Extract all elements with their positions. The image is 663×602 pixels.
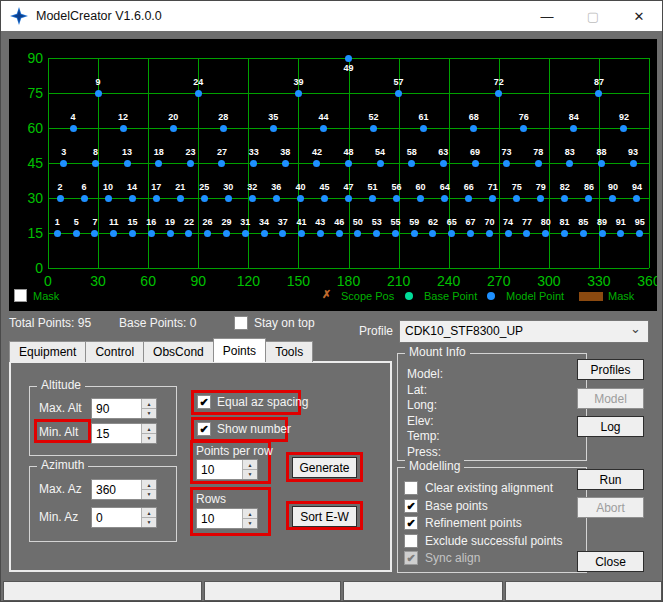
tab-tools[interactable]: Tools xyxy=(265,341,313,362)
point-number-label: 38 xyxy=(272,147,298,157)
exclude-successful-points-checkbox[interactable] xyxy=(404,534,418,548)
point-number-label: 14 xyxy=(119,182,145,192)
y-axis-tick: 75 xyxy=(13,85,43,101)
spin-down-icon[interactable]: ▼ xyxy=(141,434,156,443)
generate-button[interactable]: Generate xyxy=(292,457,357,478)
clear-existing-alignment-checkbox[interactable] xyxy=(404,481,418,495)
model-point xyxy=(153,195,160,202)
point-number-label: 44 xyxy=(310,112,336,122)
model-point xyxy=(620,125,627,132)
model-point xyxy=(467,230,474,237)
min-az-spinner[interactable]: 0 ▲ ▼ xyxy=(91,507,157,528)
model-point xyxy=(54,230,61,237)
max-az-spinner[interactable]: 360 ▲ ▼ xyxy=(91,479,157,500)
model-point xyxy=(486,230,493,237)
model-point xyxy=(201,195,208,202)
spin-up-icon[interactable]: ▲ xyxy=(242,460,257,470)
point-number-label: 33 xyxy=(241,147,267,157)
y-axis-tick: 0 xyxy=(13,260,43,276)
y-axis-tick: 90 xyxy=(13,50,43,66)
profiles-button[interactable]: Profiles xyxy=(577,359,644,380)
close-window-button[interactable]: Close xyxy=(577,551,644,572)
model-point xyxy=(561,230,568,237)
stay-on-top-label: Stay on top xyxy=(254,316,315,330)
model-point xyxy=(110,230,117,237)
mount-field-label: Model: xyxy=(407,367,443,381)
spin-up-icon[interactable]: ▲ xyxy=(242,509,257,519)
point-number-label: 71 xyxy=(480,182,506,192)
app-icon xyxy=(10,7,28,25)
point-number-label: 9 xyxy=(85,77,111,87)
log-button[interactable]: Log xyxy=(577,416,644,437)
point-number-label: 27 xyxy=(209,147,235,157)
spin-up-icon[interactable]: ▲ xyxy=(141,480,156,490)
point-number-label: 36 xyxy=(263,182,289,192)
sort-ew-button[interactable]: Sort E-W xyxy=(292,506,357,527)
minimize-button[interactable]: — xyxy=(524,1,570,31)
points-per-row-spinner[interactable]: 10 ▲ ▼ xyxy=(196,459,258,480)
spin-down-icon[interactable]: ▼ xyxy=(141,518,156,527)
spin-up-icon[interactable]: ▲ xyxy=(141,508,156,518)
spin-down-icon[interactable]: ▼ xyxy=(141,409,156,418)
legend-label: Model Point xyxy=(506,290,564,302)
base-point-legend-marker xyxy=(405,292,413,300)
model-point xyxy=(91,230,98,237)
spin-up-icon[interactable]: ▲ xyxy=(141,424,156,434)
tab-obscond[interactable]: ObsCond xyxy=(143,341,214,362)
rows-spinner[interactable]: 10 ▲ ▼ xyxy=(196,508,258,529)
point-number-label: 68 xyxy=(461,112,487,122)
max-alt-spinner[interactable]: 90 ▲ ▼ xyxy=(91,398,157,419)
point-number-label: 92 xyxy=(611,112,637,122)
model-point xyxy=(561,195,568,202)
model-button[interactable]: Model xyxy=(577,388,644,409)
model-point xyxy=(537,195,544,202)
model-point xyxy=(429,230,436,237)
point-number-label: 32 xyxy=(239,182,265,192)
point-number-label: 60 xyxy=(408,182,434,192)
model-point xyxy=(393,195,400,202)
spin-down-icon[interactable]: ▼ xyxy=(242,470,257,479)
close-button[interactable]: ✕ xyxy=(616,1,662,31)
tab-equipment[interactable]: Equipment xyxy=(9,341,86,362)
min-alt-spinner[interactable]: 15 ▲ ▼ xyxy=(91,423,157,444)
base-points-checkbox[interactable]: ✔ xyxy=(404,499,418,513)
stay-on-top-checkbox[interactable] xyxy=(234,316,248,330)
maximize-button[interactable]: ▢ xyxy=(570,1,616,31)
grid-line xyxy=(649,58,650,268)
refinement-points-checkbox[interactable]: ✔ xyxy=(404,516,418,530)
spin-down-icon[interactable]: ▼ xyxy=(141,490,156,499)
spin-down-icon[interactable]: ▼ xyxy=(242,519,257,528)
model-point xyxy=(185,230,192,237)
tab-strip: EquipmentControlObsCondPointsTools xyxy=(9,340,312,362)
base-points-label: Base Points: 0 xyxy=(119,316,196,330)
model-point xyxy=(440,160,447,167)
point-number-label: 24 xyxy=(185,77,211,87)
run-button[interactable]: Run xyxy=(577,469,644,490)
minimize-icon: — xyxy=(541,9,554,24)
spin-up-icon[interactable]: ▲ xyxy=(141,399,156,409)
show-number-checkbox[interactable]: ✔ xyxy=(197,422,211,436)
modelcreator-window: ModelCreator V1.6.0.0 — ▢ ✕ 030609012015… xyxy=(0,0,663,602)
point-number-label: 47 xyxy=(336,182,362,192)
legend-label: Mask xyxy=(608,290,634,302)
status-panel xyxy=(505,581,662,601)
model-point xyxy=(417,195,424,202)
model-point xyxy=(120,125,127,132)
point-number-label: 76 xyxy=(511,112,537,122)
model-point xyxy=(250,160,257,167)
abort-button[interactable]: Abort xyxy=(577,497,644,518)
point-number-label: 82 xyxy=(552,182,578,192)
tab-points[interactable]: Points xyxy=(213,338,266,362)
model-point xyxy=(523,230,530,237)
show-number-label: Show number xyxy=(217,422,291,436)
point-number-label: 56 xyxy=(384,182,410,192)
point-number-label: 64 xyxy=(432,182,458,192)
legend-label: Mask xyxy=(33,290,59,302)
model-point xyxy=(448,230,455,237)
model-point xyxy=(570,125,577,132)
window-title: ModelCreator V1.6.0.0 xyxy=(36,9,162,23)
equal-az-spacing-checkbox[interactable]: ✔ xyxy=(197,395,211,409)
profile-dropdown[interactable]: CDK10_STF8300_UP ⌄ xyxy=(399,320,649,343)
tab-control[interactable]: Control xyxy=(85,341,144,362)
point-number-label: 93 xyxy=(620,147,646,157)
